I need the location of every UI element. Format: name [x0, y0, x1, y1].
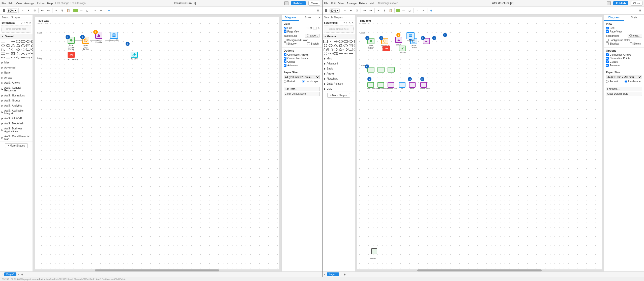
view-toggle-left[interactable]: ⊞: [315, 8, 321, 13]
nav-aws-ar-left[interactable]: ▶ AWS / AR & VR: [0, 116, 33, 121]
nav-advanced-left[interactable]: ▶ Advanced: [0, 65, 33, 70]
nav-misc-left[interactable]: ▶ Misc: [0, 60, 33, 65]
nav-aws-groups-left[interactable]: ▶ AWS / Groups: [0, 98, 33, 103]
shape-rounded-rect[interactable]: [21, 40, 25, 43]
conn-points-checkbox-right[interactable]: [606, 57, 609, 60]
menu-file-right[interactable]: File: [324, 2, 329, 5]
grid-checkbox-left[interactable]: [284, 27, 286, 29]
shape-cross[interactable]: [11, 48, 15, 51]
edit-data-button-left[interactable]: Edit Data...: [284, 87, 320, 91]
page-add-left[interactable]: +: [20, 272, 24, 276]
rs-queue[interactable]: [333, 52, 338, 55]
sketch-checkbox-right[interactable]: [630, 42, 632, 45]
general-section-right[interactable]: ▼ General: [323, 34, 355, 39]
shape-dbl-arrow[interactable]: [31, 48, 33, 51]
nav-entity-relation-right[interactable]: ▶ Entity Relation: [323, 81, 355, 86]
bg-color-checkbox-right[interactable]: [606, 39, 609, 42]
rs-ellipse[interactable]: [338, 40, 343, 43]
nav-aws-cloud-left[interactable]: ▶ AWS / Cloud Financial Map: [0, 134, 33, 142]
shape-dash-arr[interactable]: [31, 56, 33, 59]
redo-left[interactable]: ↪: [46, 8, 51, 13]
copy-left[interactable]: ⎘: [60, 8, 65, 13]
publish-button-left[interactable]: Publish: [291, 1, 306, 5]
menu-edit-right[interactable]: Edit: [331, 2, 336, 5]
shape-link[interactable]: [11, 40, 15, 43]
canvas-right[interactable]: Title text Subtitle text Label Label 1 A…: [355, 15, 604, 271]
scratchpad-edit-icon-right[interactable]: ✎: [348, 21, 350, 24]
nav-basic-right[interactable]: ▶ Basic: [323, 66, 355, 71]
nav-aws-app-left[interactable]: ▶ AWS / Application Integrati...: [0, 108, 33, 116]
nav-aws-business-left[interactable]: ▶ AWS / Business Applications: [0, 126, 33, 134]
nav-arrows-left[interactable]: ▶ Arrows: [0, 75, 33, 80]
shape-ellipse[interactable]: [16, 40, 20, 43]
menu-edit-left[interactable]: Edit: [9, 2, 13, 5]
change-bg-button-left[interactable]: Change...: [305, 34, 319, 38]
conn-arrows-checkbox-left[interactable]: [284, 53, 286, 56]
close-button-left[interactable]: Close: [308, 1, 320, 6]
hscrollbar-left[interactable]: [33, 269, 281, 271]
cut-right[interactable]: ✂: [376, 8, 381, 13]
rs-text[interactable]: T: [328, 40, 333, 43]
menu-view-right[interactable]: View: [338, 2, 344, 5]
zoom-in-left[interactable]: +: [26, 8, 31, 13]
tab-style-right[interactable]: Style: [624, 15, 644, 21]
shape-arrow[interactable]: [21, 48, 25, 51]
shape-line1[interactable]: [31, 52, 33, 55]
canvas-left[interactable]: Title text Subtitle text Label Label 1 A…: [33, 15, 281, 271]
rs-callout[interactable]: [348, 48, 353, 51]
shadow-checkbox-left[interactable]: [284, 42, 286, 45]
conn-points-checkbox-left[interactable]: [284, 57, 286, 60]
tab-diagram-left[interactable]: Diagram: [282, 15, 299, 21]
zoom-out-left[interactable]: −: [20, 8, 25, 13]
tab-style-left[interactable]: Style: [299, 15, 317, 21]
rs-line1[interactable]: [338, 52, 343, 55]
shape-arc[interactable]: [21, 52, 25, 55]
change-bg-button-right[interactable]: Change...: [628, 34, 642, 38]
rs-link[interactable]: [333, 40, 338, 43]
general-section-left[interactable]: ▼ General: [0, 34, 33, 39]
menu-extras-left[interactable]: Extras: [37, 2, 45, 5]
clear-style-button-right[interactable]: Clear Default Style: [606, 92, 642, 96]
nav-aws-general-left[interactable]: ▶ AWS / General Resources: [0, 85, 33, 93]
more-shapes-button-right[interactable]: + More Shapes: [327, 93, 350, 98]
scratchpad-help-icon-left[interactable]: ?: [21, 21, 22, 24]
shape-arrow-line[interactable]: [21, 56, 25, 59]
view-toggle-right[interactable]: ⊞: [637, 8, 643, 13]
shape-cube[interactable]: [1, 48, 5, 51]
shape-rect[interactable]: [1, 40, 5, 43]
search-input-right[interactable]: [324, 16, 355, 19]
shape-wave[interactable]: [6, 52, 10, 55]
scratchpad-add-icon-right[interactable]: +: [346, 21, 347, 24]
redo-right[interactable]: ↪: [368, 8, 373, 13]
rs-cyl[interactable]: [348, 44, 353, 47]
portrait-radio-left[interactable]: [284, 80, 286, 83]
rs-line2[interactable]: [343, 52, 348, 55]
shadow-left[interactable]: ◻: [84, 8, 90, 13]
page-next-left[interactable]: ›: [17, 273, 20, 276]
scratchpad-edit-icon-left[interactable]: ✎: [26, 21, 28, 24]
sidebar-toggle-left[interactable]: ☰: [1, 8, 7, 13]
shape-dbl-arrow-line[interactable]: [26, 56, 31, 59]
paper-size-select-left[interactable]: A4 (210 mm x 297 mm): [284, 75, 320, 79]
insert-right[interactable]: +: [428, 8, 434, 13]
rs-rhombus[interactable]: [348, 40, 353, 43]
autosave-checkbox-right[interactable]: [606, 64, 609, 67]
shape-star[interactable]: [16, 48, 20, 51]
shape-text[interactable]: T: [6, 40, 10, 43]
sidebar-toggle-right[interactable]: ☰: [324, 8, 329, 13]
rs-hex[interactable]: [328, 44, 333, 47]
page-tab-1-right[interactable]: Page-1: [327, 272, 339, 276]
line-left[interactable]: —: [78, 8, 84, 13]
maximize-icon-left[interactable]: ⬜: [284, 1, 288, 5]
menu-view-left[interactable]: View: [16, 2, 22, 5]
shape-circle[interactable]: [1, 44, 5, 47]
more-shapes-button-left[interactable]: + More Shapes: [5, 143, 27, 148]
rs-person[interactable]: [323, 52, 328, 55]
rs-wave[interactable]: [328, 52, 333, 55]
shape-triangle[interactable]: [11, 44, 15, 47]
shape-cylinder[interactable]: [26, 44, 31, 47]
sketch-checkbox-left[interactable]: [307, 42, 310, 45]
nav-advanced-right[interactable]: ▶ Advanced: [323, 61, 355, 66]
nav-flowchart-right[interactable]: ▶ Flowchart: [323, 76, 355, 81]
shape-note[interactable]: [6, 48, 10, 51]
